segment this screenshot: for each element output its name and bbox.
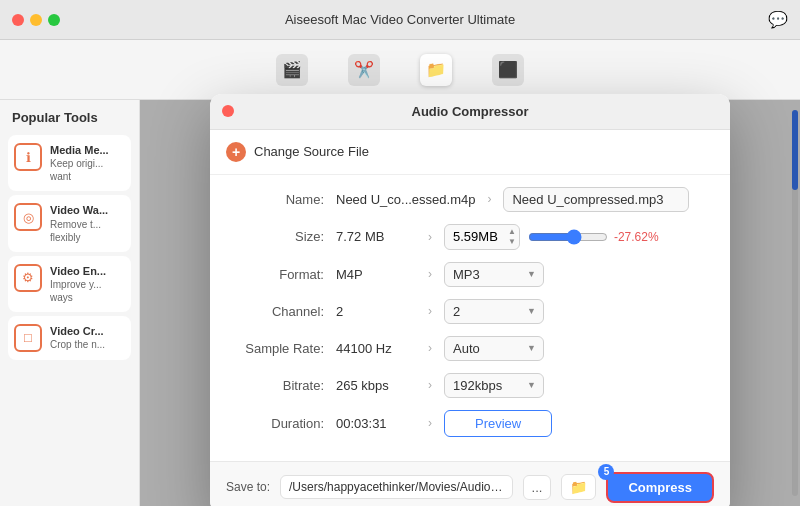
duration-value: 00:03:31 [336, 416, 416, 431]
sidebar-item-watermark-desc: Remove t... flexibly [50, 218, 125, 244]
video-crop-icon: □ [14, 324, 42, 352]
minimize-button[interactable] [30, 14, 42, 26]
channel-original-value: 2 [336, 304, 416, 319]
tool-nav: 🎬 ✂️ 📁 ⬛ [0, 40, 800, 100]
format-label: Format: [234, 267, 324, 282]
duration-row: Duration: 00:03:31 › Preview [234, 410, 706, 437]
sample-rate-arrow-icon: › [428, 341, 432, 355]
name-label: Name: [234, 192, 324, 207]
sample-rate-label: Sample Rate: [234, 341, 324, 356]
size-label: Size: [234, 229, 324, 244]
sidebar-item-crop-text: Video Cr... Crop the n... [50, 324, 105, 351]
bitrate-select[interactable]: 192kbps 128kbps 256kbps 320kbps [444, 373, 544, 398]
sidebar-item-watermark-text: Video Wa... Remove t... flexibly [50, 203, 125, 243]
compress-button[interactable]: Compress [606, 472, 714, 503]
size-percent-value: -27.62% [614, 230, 659, 244]
sidebar-title: Popular Tools [8, 110, 131, 125]
folder-button[interactable]: 📁 [561, 474, 596, 500]
title-bar: Aiseesoft Mac Video Converter Ultimate 💬 [0, 0, 800, 40]
close-button[interactable] [12, 14, 24, 26]
nav-item-more[interactable]: ⬛ [492, 54, 524, 86]
bitrate-original-value: 265 kbps [336, 378, 416, 393]
sample-rate-select[interactable]: Auto 44100 Hz 48000 Hz [444, 336, 544, 361]
preview-button[interactable]: Preview [444, 410, 552, 437]
size-original-value: 7.72 MB [336, 229, 416, 244]
save-path: /Users/happyacethinker/Movies/Audio Comp… [280, 475, 513, 499]
size-controls: ▲ ▼ -27.62% [444, 224, 659, 250]
modal-title: Audio Compressor [411, 104, 528, 119]
change-source-icon: + [226, 142, 246, 162]
format-select-wrapper: MP3 AAC WAV [444, 262, 544, 287]
chat-icon[interactable]: 💬 [768, 10, 788, 29]
video-watermark-icon: ◎ [14, 203, 42, 231]
sample-rate-row: Sample Rate: 44100 Hz › Auto 44100 Hz 48… [234, 336, 706, 361]
modal-close-button[interactable] [222, 105, 234, 117]
size-row: Size: 7.72 MB › ▲ ▼ [234, 224, 706, 250]
modal-title-bar: Audio Compressor [210, 94, 730, 130]
sidebar-item-enhance-desc: Improve y... ways [50, 278, 125, 304]
size-slider[interactable] [528, 229, 608, 245]
sidebar-item-media-text: Media Me... Keep origi... want [50, 143, 125, 183]
main-area: Popular Tools ℹ Media Me... Keep origi..… [0, 100, 800, 506]
form-fields: Name: Need U_co...essed.m4p › Size: 7.72… [210, 175, 730, 461]
folder-icon: 📁 [570, 479, 587, 495]
traffic-lights [12, 14, 60, 26]
duration-arrow-icon: › [428, 416, 432, 430]
sidebar-item-video-enhance[interactable]: ⚙ Video En... Improve y... ways [8, 256, 131, 312]
convert-icon: 🎬 [276, 54, 308, 86]
compress-badge: 5 [598, 464, 614, 480]
size-new-input[interactable] [445, 225, 505, 248]
more-icon: ⬛ [492, 54, 524, 86]
sample-rate-select-wrapper: Auto 44100 Hz 48000 Hz [444, 336, 544, 361]
bitrate-select-wrapper: 192kbps 128kbps 256kbps 320kbps [444, 373, 544, 398]
sidebar-item-crop-desc: Crop the n... [50, 338, 105, 351]
name-original-value: Need U_co...essed.m4p [336, 192, 475, 207]
format-row: Format: M4P › MP3 AAC WAV [234, 262, 706, 287]
sidebar-item-media-desc: Keep origi... want [50, 157, 125, 183]
modal-overlay: Audio Compressor + Change Source File Na… [140, 100, 800, 506]
channel-select-wrapper: 2 1 [444, 299, 544, 324]
bitrate-row: Bitrate: 265 kbps › 192kbps 128kbps 256k… [234, 373, 706, 398]
video-enhance-icon: ⚙ [14, 264, 42, 292]
format-original-value: M4P [336, 267, 416, 282]
change-source-bar[interactable]: + Change Source File [210, 130, 730, 175]
name-arrow-icon: › [487, 192, 491, 206]
maximize-button[interactable] [48, 14, 60, 26]
format-arrow-icon: › [428, 267, 432, 281]
size-decrement-button[interactable]: ▼ [507, 237, 517, 247]
sidebar-item-media-title: Media Me... [50, 143, 125, 157]
sidebar-item-media-metadata[interactable]: ℹ Media Me... Keep origi... want [8, 135, 131, 191]
bitrate-label: Bitrate: [234, 378, 324, 393]
nav-item-edit[interactable]: ✂️ [348, 54, 380, 86]
size-slider-container: -27.62% [528, 229, 659, 245]
format-select[interactable]: MP3 AAC WAV [444, 262, 544, 287]
sample-rate-original-value: 44100 Hz [336, 341, 416, 356]
edit-icon: ✂️ [348, 54, 380, 86]
name-new-input[interactable] [503, 187, 689, 212]
modal-footer: Save to: /Users/happyacethinker/Movies/A… [210, 461, 730, 507]
compress-icon: 📁 [420, 54, 452, 86]
dots-button[interactable]: ... [523, 475, 552, 500]
media-metadata-icon: ℹ [14, 143, 42, 171]
sidebar: Popular Tools ℹ Media Me... Keep origi..… [0, 100, 140, 506]
app-title: Aiseesoft Mac Video Converter Ultimate [285, 12, 515, 27]
bitrate-arrow-icon: › [428, 378, 432, 392]
channel-row: Channel: 2 › 2 1 [234, 299, 706, 324]
right-content: Audio Compressor + Change Source File Na… [140, 100, 800, 506]
size-increment-button[interactable]: ▲ [507, 227, 517, 237]
change-source-label: Change Source File [254, 144, 369, 159]
nav-item-convert[interactable]: 🎬 [276, 54, 308, 86]
size-spinners: ▲ ▼ [505, 225, 519, 249]
name-row: Name: Need U_co...essed.m4p › [234, 187, 706, 212]
save-to-label: Save to: [226, 480, 270, 494]
sidebar-item-video-watermark[interactable]: ◎ Video Wa... Remove t... flexibly [8, 195, 131, 251]
channel-select[interactable]: 2 1 [444, 299, 544, 324]
channel-label: Channel: [234, 304, 324, 319]
size-input-wrapper: ▲ ▼ [444, 224, 520, 250]
sidebar-item-video-crop[interactable]: □ Video Cr... Crop the n... [8, 316, 131, 360]
size-arrow-icon: › [428, 230, 432, 244]
audio-compressor-modal: Audio Compressor + Change Source File Na… [210, 94, 730, 507]
duration-label: Duration: [234, 416, 324, 431]
modal-body: + Change Source File Name: Need U_co...e… [210, 130, 730, 507]
nav-item-compress[interactable]: 📁 [420, 54, 452, 86]
